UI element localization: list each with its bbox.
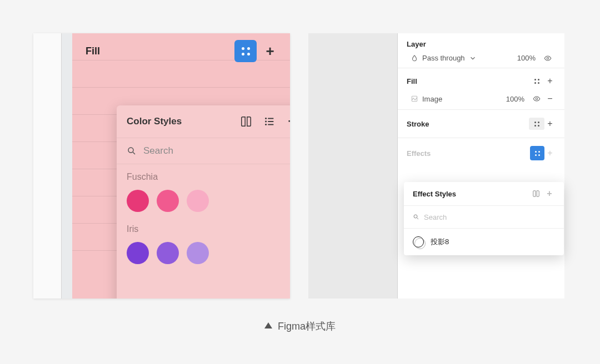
svg-line-7: [133, 152, 135, 154]
fill-opacity[interactable]: 100%: [506, 95, 524, 103]
fill-styles-button[interactable]: [234, 40, 257, 62]
svg-point-8: [547, 57, 549, 59]
image-swatch-icon[interactable]: [407, 95, 422, 103]
color-styles-title: Color Styles: [127, 116, 182, 127]
remove-fill-button[interactable]: −: [544, 94, 556, 104]
effect-styles-popover: Effect Styles + Search 投影8: [404, 182, 564, 255]
chevron-down-icon: [465, 54, 481, 62]
svg-point-2: [265, 124, 267, 125]
swatch-iris-3[interactable]: [187, 242, 209, 264]
svg-point-1: [265, 121, 267, 123]
effect-style-item[interactable]: 投影8: [404, 229, 564, 255]
svg-rect-3: [268, 118, 273, 119]
stroke-styles-button[interactable]: [529, 118, 544, 130]
search-placeholder: Search: [143, 145, 173, 156]
svg-point-10: [536, 98, 538, 100]
fill-image-label[interactable]: Image: [422, 95, 442, 103]
figma-effect-styles-screenshot: Layer Pass through 100%: [308, 33, 564, 299]
library-icon[interactable]: [528, 190, 544, 198]
add-effect-button[interactable]: +: [544, 148, 556, 158]
layer-opacity[interactable]: 100%: [517, 54, 536, 62]
svg-point-6: [128, 148, 133, 153]
effect-styles-search[interactable]: Search: [404, 205, 564, 229]
caption-text: Figma样式库: [278, 321, 336, 332]
swatch-iris-2[interactable]: [157, 242, 179, 264]
effect-icon: [413, 236, 424, 247]
search-placeholder: Search: [424, 213, 447, 221]
inspector-panel: Layer Pass through 100%: [397, 33, 564, 299]
add-fill-button[interactable]: +: [544, 76, 556, 86]
library-icon[interactable]: [238, 114, 254, 129]
add-color-style-button[interactable]: +: [285, 115, 290, 128]
layer-title: Layer: [407, 40, 556, 48]
search-icon: [127, 146, 137, 156]
fill-label: Fill: [86, 46, 100, 57]
color-group-label: Fuschia: [127, 172, 290, 182]
caption-triangle-icon: [264, 322, 272, 328]
stroke-title: Stroke: [407, 120, 529, 128]
blend-icon: [407, 54, 422, 62]
effects-styles-button[interactable]: [530, 146, 544, 160]
layer-section: Layer Pass through 100%: [398, 33, 564, 68]
svg-rect-4: [268, 121, 273, 122]
blend-mode-value[interactable]: Pass through: [422, 54, 465, 62]
add-fill-button[interactable]: +: [263, 44, 277, 58]
effect-style-label: 投影8: [431, 237, 449, 247]
stroke-section: Stroke +: [398, 110, 564, 138]
color-styles-header: Color Styles +: [117, 105, 290, 138]
svg-line-12: [417, 218, 419, 220]
visibility-icon[interactable]: [529, 95, 544, 103]
svg-rect-5: [268, 124, 273, 125]
figma-color-styles-screenshot: Fill + Color Styles: [33, 33, 290, 299]
effect-styles-title: Effect Styles: [413, 190, 456, 198]
effects-section: Effects +: [398, 138, 564, 168]
visibility-icon[interactable]: [540, 54, 556, 62]
search-icon: [413, 214, 419, 220]
fill-title: Fill: [407, 77, 529, 85]
fill-section: Fill +: [398, 68, 564, 88]
swatch-iris-1[interactable]: [127, 242, 149, 264]
fill-section-header: Fill +: [72, 33, 290, 69]
svg-point-11: [414, 215, 417, 218]
effects-title: Effects: [407, 149, 530, 158]
color-group-iris: Iris: [117, 216, 290, 269]
color-group-label: Iris: [127, 224, 290, 234]
list-view-icon[interactable]: [262, 114, 277, 129]
color-group-fuschia: Fuschia: [117, 164, 290, 216]
swatch-fuschia-1[interactable]: [127, 190, 149, 212]
swatch-fuschia-3[interactable]: [187, 190, 209, 212]
caption: Figma样式库: [0, 320, 600, 333]
four-dots-icon: [242, 47, 250, 55]
fill-styles-button[interactable]: [529, 79, 544, 84]
swatch-fuschia-2[interactable]: [157, 190, 179, 212]
add-effect-style-button[interactable]: +: [544, 189, 555, 199]
add-stroke-button[interactable]: +: [544, 119, 556, 129]
color-styles-popover: Color Styles +: [117, 105, 290, 299]
fill-image-row: Image 100% −: [398, 94, 564, 110]
svg-point-0: [265, 118, 267, 119]
color-styles-search[interactable]: Search: [117, 138, 290, 164]
